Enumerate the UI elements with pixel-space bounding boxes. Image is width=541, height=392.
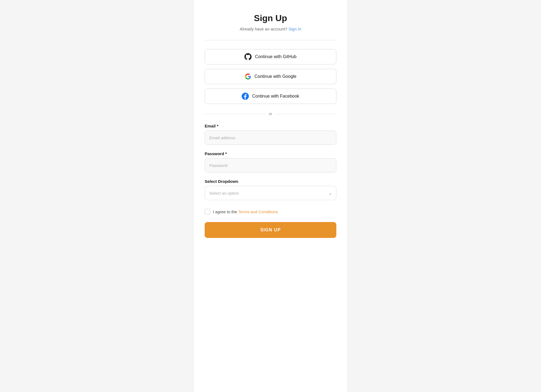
top-divider [205, 40, 336, 40]
terms-link[interactable]: Terms and Conditions [238, 209, 278, 214]
password-input[interactable] [205, 158, 336, 172]
terms-prefix: I agree to the [213, 209, 238, 214]
signin-prompt-text: Already have an account? [240, 27, 287, 31]
page-title: Sign Up [254, 13, 287, 23]
or-text: or [269, 112, 272, 116]
google-button[interactable]: Continue with Google [205, 69, 336, 84]
terms-label: I agree to the Terms and Conditions [213, 209, 278, 214]
facebook-icon [242, 93, 249, 100]
or-divider-left [205, 114, 266, 114]
github-button-label: Continue with GitHub [255, 54, 296, 59]
signup-card: Sign Up Already have an account? Sign In… [194, 0, 347, 392]
dropdown-field-group: Select Dropdown Select an option Option … [205, 179, 336, 200]
signup-button[interactable]: SIGN UP [205, 222, 336, 238]
email-label: Email * [205, 124, 336, 128]
google-button-label: Continue with Google [255, 74, 297, 79]
facebook-button-label: Continue with Facebook [252, 94, 299, 99]
email-field-group: Email * [205, 124, 336, 145]
social-buttons-container: Continue with GitHub Continue with Googl… [205, 49, 336, 104]
terms-checkbox-row: I agree to the Terms and Conditions [205, 209, 336, 214]
signin-prompt: Already have an account? Sign In [240, 27, 301, 31]
select-wrapper: Select an option Option 1 Option 2 Optio… [205, 186, 336, 200]
signup-form: Email * Password * Select Dropdown Selec… [205, 124, 336, 238]
password-field-group: Password * [205, 151, 336, 172]
terms-checkbox[interactable] [205, 209, 210, 214]
google-icon [245, 73, 251, 80]
or-divider: or [205, 112, 336, 116]
page-wrapper: Sign Up Already have an account? Sign In… [0, 0, 541, 392]
github-button[interactable]: Continue with GitHub [205, 49, 336, 64]
facebook-button[interactable]: Continue with Facebook [205, 89, 336, 104]
password-label: Password * [205, 151, 336, 156]
dropdown-select[interactable]: Select an option Option 1 Option 2 Optio… [205, 186, 336, 200]
signin-link[interactable]: Sign In [288, 27, 301, 31]
github-icon [244, 53, 252, 60]
dropdown-label: Select Dropdown [205, 179, 336, 184]
email-input[interactable] [205, 130, 336, 145]
or-divider-right [275, 114, 336, 114]
